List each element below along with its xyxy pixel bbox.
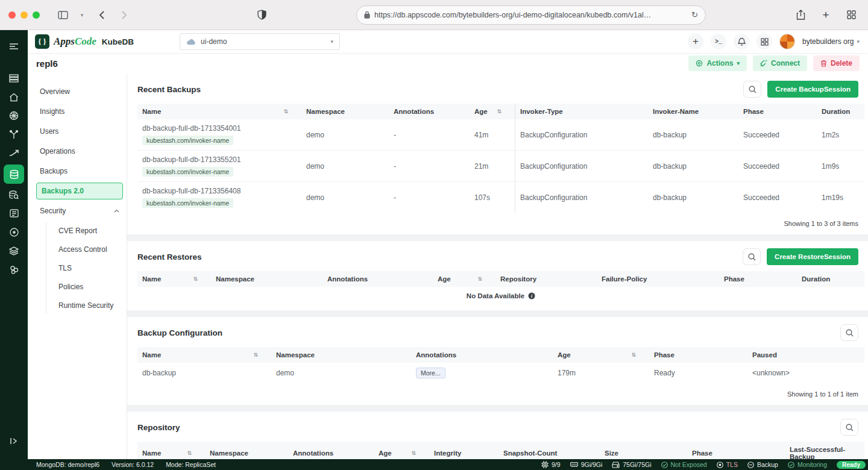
nav-item-backups-2-0[interactable]: Backups 2.0 [36,183,123,199]
nav-item-operations[interactable]: Operations [36,143,123,160]
column-header[interactable]: Annotations [322,271,433,287]
new-tab-icon[interactable]: + [817,7,834,24]
column-header[interactable]: Name⇅ [137,104,301,119]
column-header[interactable]: Phase [687,445,785,459]
sidebar-menu-caret[interactable]: ▾ [77,7,87,24]
nav-item-insights[interactable]: Insights [36,103,123,120]
create-backupsession-button[interactable]: Create BackupSession [767,81,858,98]
storage-icon[interactable] [4,204,24,222]
tab-overview-icon[interactable] [843,7,860,24]
column-header[interactable]: Age⇅ [470,104,515,119]
forward-button[interactable] [116,7,133,24]
monitoring-icon[interactable] [4,144,24,162]
more-annotations-badge[interactable]: More... [416,368,445,378]
home-icon[interactable] [4,88,24,106]
column-header[interactable]: Phase [738,104,817,119]
column-header[interactable]: Annotations [389,104,470,119]
stack-icon[interactable] [4,242,24,260]
close-window-button[interactable] [8,11,16,19]
workloads-icon[interactable] [4,125,24,143]
menu-toggle-icon[interactable] [4,37,24,55]
column-header[interactable]: Invoker-Name [648,104,738,119]
terminal-icon[interactable]: >_ [711,34,726,49]
column-header[interactable]: Integrity [429,445,498,459]
sort-icon[interactable]: ⇅ [187,450,200,456]
search-button[interactable] [743,248,761,265]
nav-item-backups[interactable]: Backups [36,163,123,180]
nav-item-access-control[interactable]: Access Control [55,241,123,258]
column-header[interactable]: Annotations [288,445,374,459]
nav-item-cve-report[interactable]: CVE Report [55,222,123,239]
table-row[interactable]: db-backup-full-db-1713356408kubestash.co… [137,182,864,213]
apps-grid-icon[interactable] [756,34,772,49]
nav-item-users[interactable]: Users [36,123,123,140]
search-button[interactable] [743,81,761,98]
column-header[interactable]: Name⇅ [137,347,271,363]
column-header[interactable]: Failure-Policy [597,271,719,287]
nav-item-policies[interactable]: Policies [55,278,123,295]
avatar[interactable] [779,34,795,49]
create-restoresession-button[interactable]: Create RestoreSession [767,248,858,265]
maximize-window-button[interactable] [33,11,40,19]
column-header[interactable]: Invoker-Type [515,104,648,119]
column-header[interactable]: Age⇅ [433,271,495,287]
column-header[interactable]: Duration [817,104,864,119]
sort-icon[interactable]: ⇅ [497,108,510,114]
search-button[interactable] [840,324,858,341]
column-header[interactable]: Phase [719,271,797,287]
column-header[interactable]: Annotations [411,347,553,363]
connect-button[interactable]: Connect [753,55,807,71]
share-icon[interactable] [792,7,809,24]
column-header[interactable]: Age⇅ [553,347,649,363]
sort-icon[interactable]: ⇅ [631,352,644,358]
address-bar[interactable]: https://db.appscode.com/bytebuilders-org… [356,5,706,25]
column-header[interactable]: Duration [797,271,864,287]
search-button[interactable] [840,419,858,436]
column-header[interactable]: Phase [649,347,747,363]
org-switcher[interactable]: bytebuilders org▾ [802,37,860,46]
sort-icon[interactable]: ⇅ [193,276,206,282]
table-row[interactable]: db-backup demo More... 179m Ready <unkno… [137,363,864,383]
database-icon[interactable] [4,164,24,184]
sort-icon[interactable]: ⇅ [283,108,297,114]
column-header[interactable]: Paused [747,347,864,363]
appscode-logo[interactable]: { } AppsCode KubeDB [35,34,134,49]
operator-icon[interactable] [4,223,24,241]
nav-item-security[interactable]: Security [36,202,123,219]
nav-item-tls[interactable]: TLS [55,260,123,277]
column-header[interactable]: Namespace [211,271,322,287]
reload-icon[interactable]: ↻ [691,10,698,19]
column-header[interactable]: Last-Successful-Backup [785,442,864,459]
shield-icon[interactable] [253,7,270,24]
column-header[interactable]: Snapshot-Count [498,445,600,459]
nav-item-overview[interactable]: Overview [36,83,123,100]
column-header[interactable]: Size [600,445,687,459]
column-header[interactable]: Name⇅ [137,271,211,287]
minimize-window-button[interactable] [20,11,28,19]
column-header[interactable]: Namespace [301,104,389,119]
database-search-icon[interactable] [4,186,24,204]
column-header[interactable]: Namespace [205,445,288,459]
column-header[interactable]: Namespace [271,347,411,363]
info-icon[interactable]: i [528,292,535,299]
column-header[interactable]: Age⇅ [374,445,429,459]
kubernetes-icon[interactable] [4,107,24,125]
table-row[interactable]: db-backup-full-db-1713355201kubestash.co… [137,151,864,182]
back-button[interactable] [93,7,110,24]
sidebar-toggle-icon[interactable] [54,7,71,24]
column-header[interactable]: Repository [495,271,597,287]
expand-panel-icon[interactable] [0,437,28,445]
resources-icon[interactable] [4,69,24,87]
sort-icon[interactable]: ⇅ [477,276,491,282]
nav-item-runtime-security[interactable]: Runtime Security [55,297,123,314]
add-icon[interactable]: + [688,34,703,49]
sort-icon[interactable]: ⇅ [253,352,266,358]
bell-icon[interactable] [734,34,749,49]
actions-button[interactable]: Actions▾ [688,55,747,71]
table-row[interactable]: db-backup-full-db-1713354001kubestash.co… [137,119,864,151]
sort-icon[interactable]: ⇅ [411,450,424,456]
marketplace-icon[interactable] [4,260,24,278]
delete-button[interactable]: Delete [813,55,860,71]
column-header[interactable]: Name⇅ [137,445,205,459]
cluster-selector[interactable]: ui-demo ▾ [180,33,340,50]
